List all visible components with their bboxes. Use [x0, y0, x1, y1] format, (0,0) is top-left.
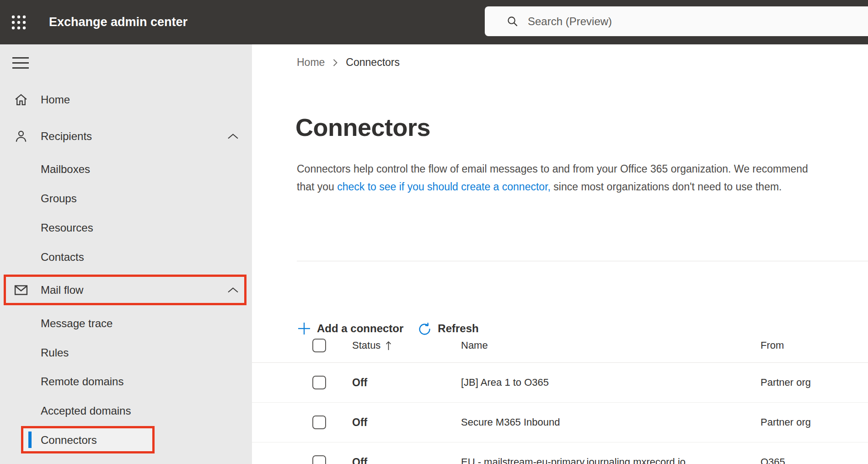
row-name: Secure M365 Inbound [461, 416, 761, 428]
page-description: Connectors help control the flow of emai… [297, 160, 816, 196]
row-from: Partner org [761, 377, 868, 388]
table-row[interactable]: Off [JB] Area 1 to O365 Partner org [252, 363, 868, 403]
sidebar-item-label: Message trace [41, 317, 113, 330]
column-header-status[interactable]: Status [352, 340, 461, 351]
breadcrumb-home-link[interactable]: Home [297, 56, 325, 69]
section-divider [297, 261, 868, 261]
connectors-table: Status Name From Off [JB] Area 1 to O365… [252, 329, 868, 464]
row-name: EU - mailstream-eu-primary.journaling.mx… [461, 456, 761, 464]
create-connector-check-link[interactable]: check to see if you should create a conn… [337, 181, 551, 193]
chevron-right-icon [332, 58, 338, 67]
app-launcher-button[interactable] [10, 13, 28, 32]
nav-collapse-button[interactable] [12, 57, 29, 69]
row-checkbox[interactable] [312, 415, 326, 429]
sidebar-item-label: Home [41, 93, 70, 106]
description-text: since most organizations don't need to u… [551, 181, 782, 193]
sidebar-item-label: Groups [41, 192, 77, 205]
app-title: Exchange admin center [49, 0, 188, 44]
page-title: Connectors [295, 113, 430, 141]
row-from: Partner org [761, 416, 868, 428]
sidebar-item-resources[interactable]: Resources [0, 213, 252, 243]
envelope-icon [13, 282, 29, 298]
row-name: [JB] Area 1 to O365 [461, 377, 761, 388]
sidebar-item-mail-flow[interactable]: Mail flow [0, 275, 252, 305]
sidebar-item-contacts[interactable]: Contacts [0, 243, 252, 272]
chevron-up-icon[interactable] [227, 286, 239, 294]
sidebar-item-connectors[interactable]: Connectors [0, 426, 252, 455]
sidebar-item-mailboxes[interactable]: Mailboxes [0, 155, 252, 184]
top-app-bar: Exchange admin center [0, 0, 868, 44]
row-from: O365 [761, 456, 868, 464]
sidebar-item-rules[interactable]: Rules [0, 338, 252, 367]
table-header-row: Status Name From [252, 329, 868, 363]
table-row[interactable]: Off EU - mailstream-eu-primary.journalin… [252, 442, 868, 464]
home-icon [13, 92, 29, 108]
chevron-up-icon[interactable] [227, 133, 239, 140]
main-content: Home Connectors Connectors Connectors he… [252, 44, 868, 464]
search-input[interactable] [527, 15, 821, 28]
sidebar-item-label: Recipients [41, 130, 92, 143]
row-checkbox[interactable] [312, 376, 326, 389]
row-status: Off [352, 456, 461, 464]
left-navigation: Home Recipients Mailboxes Groups Resourc… [0, 44, 252, 464]
sidebar-item-recipients[interactable]: Recipients [0, 122, 252, 151]
sidebar-item-label: Contacts [41, 251, 84, 264]
breadcrumb: Home Connectors [297, 56, 400, 69]
table-row[interactable]: Off Secure M365 Inbound Partner org [252, 403, 868, 442]
select-all-checkbox[interactable] [312, 339, 326, 352]
breadcrumb-current: Connectors [346, 56, 400, 69]
waffle-icon [10, 14, 27, 31]
sidebar-item-label: Resources [41, 221, 93, 234]
search-box[interactable] [485, 6, 868, 36]
sidebar-item-remote-domains[interactable]: Remote domains [0, 367, 252, 396]
row-status: Off [352, 416, 461, 429]
sidebar-item-label: Connectors [41, 434, 97, 447]
sidebar-item-accepted-domains[interactable]: Accepted domains [0, 396, 252, 426]
person-icon [13, 129, 29, 144]
column-header-from[interactable]: From [761, 340, 868, 351]
sidebar-item-home[interactable]: Home [0, 85, 252, 114]
column-header-name[interactable]: Name [461, 340, 761, 351]
sidebar-item-groups[interactable]: Groups [0, 184, 252, 213]
sidebar-item-label: Mailboxes [41, 163, 90, 176]
sort-ascending-icon [385, 340, 392, 351]
search-icon [506, 15, 519, 27]
sidebar-item-label: Rules [41, 346, 69, 359]
sidebar-item-label: Mail flow [41, 284, 83, 297]
sidebar-item-message-trace[interactable]: Message trace [0, 309, 252, 338]
sidebar-item-label: Accepted domains [41, 405, 131, 417]
status-header-label: Status [352, 340, 380, 351]
hamburger-icon [12, 57, 29, 59]
row-checkbox[interactable] [312, 455, 326, 464]
row-status: Off [352, 377, 461, 389]
sidebar-item-label: Remote domains [41, 375, 123, 388]
selected-item-indicator [28, 432, 32, 448]
